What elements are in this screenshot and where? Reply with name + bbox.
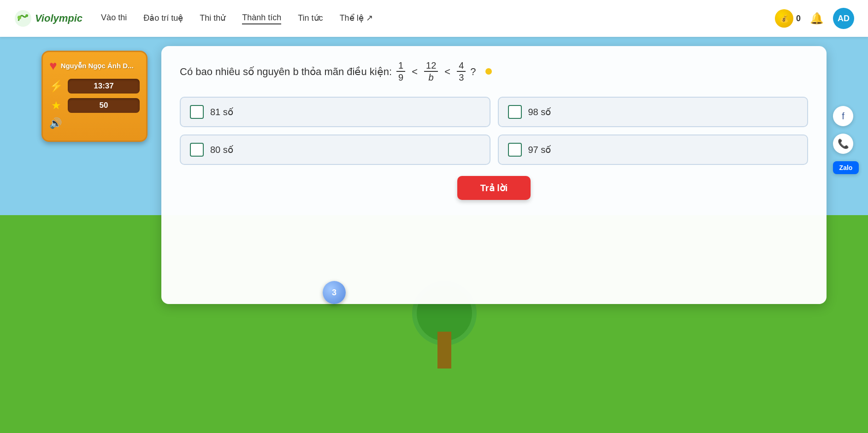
frac-2-top: 12: [424, 60, 438, 72]
social-sidebar: f 📞 Zalo: [833, 106, 859, 174]
coin-badge: 💰 0: [775, 9, 801, 28]
logo-icon: [14, 9, 32, 28]
question-mark: ?: [470, 64, 476, 79]
coin-count: 0: [796, 14, 801, 23]
checkbox-c[interactable]: [190, 143, 204, 157]
answer-label-d: 97 số: [528, 144, 551, 155]
avatar[interactable]: AD: [833, 8, 854, 29]
fraction-12-b: 12 b: [424, 60, 438, 83]
score-bar: 50: [68, 98, 140, 113]
player-info: ♥ Nguyễn Ngọc Ánh D...: [49, 59, 140, 73]
player-name: Nguyễn Ngọc Ánh D...: [61, 62, 134, 70]
game-container: ♥ Nguyễn Ngọc Ánh D... ⚡ 13:37 ★ 50 🔊 Có…: [0, 37, 868, 433]
submit-button[interactable]: Trả lời: [457, 176, 531, 200]
svg-point-1: [18, 16, 21, 19]
question-text: Có bao nhiêu số nguyên b thỏa mãn điều k…: [180, 60, 808, 83]
score-row: ★ 50: [49, 98, 140, 113]
answers-grid: 81 số 98 số 80 số 97 số: [180, 97, 808, 165]
frac-1-top: 1: [396, 60, 405, 72]
lightning-icon: ⚡: [49, 80, 63, 93]
checkbox-d[interactable]: [508, 143, 522, 157]
nav-link-thanhtich[interactable]: Thành tích: [242, 13, 281, 24]
submit-section: Trả lời: [180, 176, 808, 200]
svg-point-0: [15, 10, 31, 27]
bell-icon[interactable]: 🔔: [810, 12, 824, 25]
inequality-2: <: [444, 64, 450, 79]
answer-label-c: 80 số: [210, 144, 233, 155]
navbar: Violympic Vào thi Đảo trí tuệ Thi thử Th…: [0, 0, 868, 37]
nav-link-daotritue[interactable]: Đảo trí tuệ: [143, 13, 183, 24]
nav-links: Vào thi Đảo trí tuệ Thi thử Thành tích T…: [101, 13, 775, 24]
question-prefix: Có bao nhiêu số nguyên b thỏa mãn điều k…: [180, 64, 392, 79]
nav-link-thele[interactable]: Thể lệ ↗: [340, 13, 373, 24]
coin-icon: 💰: [775, 9, 793, 28]
phone-button[interactable]: 📞: [833, 134, 853, 154]
facebook-button[interactable]: f: [833, 106, 853, 126]
answer-option-a[interactable]: 81 số: [180, 97, 490, 127]
timer-bar: 13:37: [68, 79, 140, 94]
answer-option-d[interactable]: 97 số: [498, 135, 809, 165]
facebook-icon: f: [842, 111, 844, 122]
frac-1-bot: 9: [396, 72, 405, 83]
logo[interactable]: Violympic: [14, 9, 83, 28]
checkbox-b[interactable]: [508, 105, 522, 119]
checkbox-a[interactable]: [190, 105, 204, 119]
tree-trunk: [437, 332, 451, 369]
question-panel: Có bao nhiêu số nguyên b thỏa mãn điều k…: [161, 46, 827, 304]
zalo-button[interactable]: Zalo: [833, 161, 859, 174]
sound-icon[interactable]: 🔊: [49, 117, 62, 129]
frac-2-var: b: [427, 72, 436, 83]
timer-row: ⚡ 13:37: [49, 79, 140, 94]
balloon-popup: 3: [323, 281, 346, 304]
answer-option-b[interactable]: 98 số: [498, 97, 809, 127]
fraction-4-3: 4 3: [457, 60, 466, 83]
nav-right: 💰 0 🔔 AD: [775, 8, 854, 29]
fraction-1-9: 1 9: [396, 60, 405, 83]
sound-row: 🔊: [49, 117, 140, 129]
answer-label-a: 81 số: [210, 106, 233, 117]
heart-icon: ♥: [49, 59, 57, 73]
frac-3-bot: 3: [457, 72, 466, 83]
logo-text: Violympic: [35, 12, 83, 24]
answer-label-b: 98 số: [528, 106, 551, 117]
sidebar-panel: ♥ Nguyễn Ngọc Ánh D... ⚡ 13:37 ★ 50 🔊: [41, 51, 148, 142]
star-icon: ★: [49, 99, 63, 112]
frac-3-top: 4: [457, 60, 466, 72]
answer-option-c[interactable]: 80 số: [180, 135, 490, 165]
inequality-1: <: [412, 64, 418, 79]
phone-icon: 📞: [838, 138, 849, 149]
svg-point-2: [25, 14, 28, 17]
nav-link-tintuc[interactable]: Tin tức: [298, 13, 323, 24]
nav-link-thithu[interactable]: Thi thử: [200, 13, 225, 24]
yellow-dot-decoration: [485, 68, 492, 75]
nav-link-vaothi[interactable]: Vào thi: [101, 13, 127, 24]
